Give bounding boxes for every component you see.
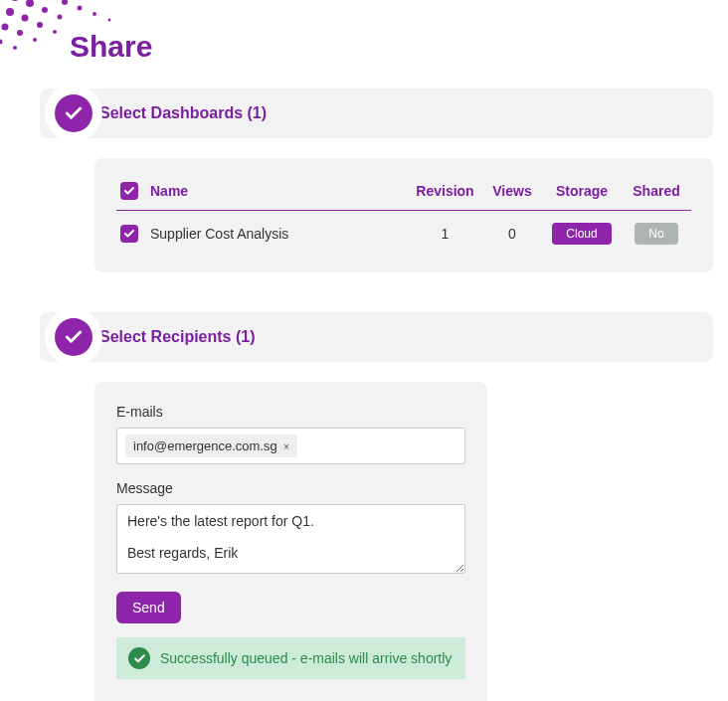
email-chip-text: info@emergence.com.sg bbox=[133, 438, 277, 453]
cell-name: Supplier Cost Analysis bbox=[146, 211, 408, 246]
dashboards-section-title: Select Dashboards (1) bbox=[99, 104, 267, 122]
emails-label: E-mails bbox=[116, 404, 465, 420]
email-chip: info@emergence.com.sg × bbox=[125, 435, 297, 457]
send-button[interactable]: Send bbox=[116, 592, 181, 623]
check-circle-icon bbox=[55, 94, 92, 132]
emails-input[interactable]: info@emergence.com.sg × bbox=[116, 428, 465, 464]
col-name: Name bbox=[146, 176, 408, 211]
recipients-section-title: Select Recipients (1) bbox=[99, 328, 256, 346]
message-textarea[interactable] bbox=[116, 504, 465, 574]
select-all-checkbox[interactable] bbox=[120, 182, 138, 200]
recipients-section-header: Select Recipients (1) bbox=[40, 312, 713, 362]
dashboards-table-panel: Name Revision Views Storage Shared Suppl… bbox=[94, 158, 713, 272]
storage-pill[interactable]: Cloud bbox=[552, 223, 611, 245]
message-label: Message bbox=[116, 480, 465, 496]
remove-email-icon[interactable]: × bbox=[283, 440, 289, 452]
table-row: Supplier Cost Analysis 1 0 Cloud No bbox=[116, 211, 691, 246]
page-title: Share bbox=[0, 0, 728, 64]
success-text: Successfully queued - e-mails will arriv… bbox=[160, 650, 452, 666]
cell-revision: 1 bbox=[408, 211, 482, 246]
success-check-icon bbox=[128, 647, 150, 669]
dashboards-table: Name Revision Views Storage Shared Suppl… bbox=[116, 176, 691, 245]
dashboards-section-header: Select Dashboards (1) bbox=[40, 88, 713, 138]
shared-pill: No bbox=[635, 223, 677, 245]
check-circle-icon bbox=[55, 318, 92, 356]
cell-views: 0 bbox=[482, 211, 542, 246]
col-revision: Revision bbox=[408, 176, 482, 211]
col-shared: Shared bbox=[622, 176, 691, 211]
row-checkbox[interactable] bbox=[120, 225, 138, 243]
col-views: Views bbox=[482, 176, 542, 211]
col-storage: Storage bbox=[542, 176, 622, 211]
recipients-panel: E-mails info@emergence.com.sg × Message … bbox=[94, 382, 487, 701]
success-banner: Successfully queued - e-mails will arriv… bbox=[116, 637, 465, 679]
